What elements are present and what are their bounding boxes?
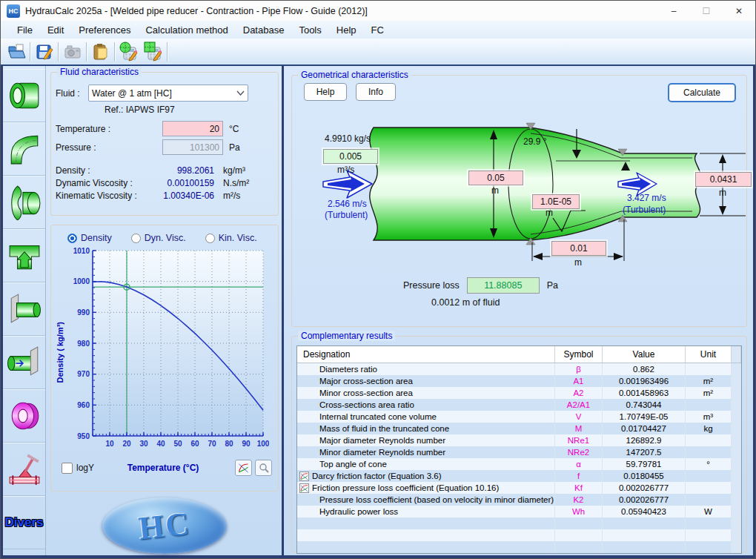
menu-database[interactable]: Database [236, 23, 292, 37]
svg-text:60: 60 [190, 440, 199, 448]
table-row: Mass of fluid in the truncated coneM0.01… [297, 423, 741, 434]
logy-control[interactable]: logY [62, 463, 94, 474]
fluid-property-chart-group: DensityDyn. Visc.Kin. Visc. Density ( kg… [50, 225, 279, 492]
menu-preferences[interactable]: Preferences [71, 23, 138, 37]
menu-tools[interactable]: Tools [291, 23, 328, 37]
fluid-property-row: Density :998.2061kg/m³ [56, 165, 273, 176]
save-button[interactable] [32, 41, 56, 63]
pressure-loss-label: Pressure loss [403, 280, 460, 291]
radio-button[interactable] [67, 234, 77, 243]
table-row: Major cross-section areaA10.001963496m² [297, 375, 741, 387]
scrollbar-track[interactable] [732, 423, 741, 434]
fluid-combobox[interactable]: Water @ 1 atm [HC] [88, 85, 248, 102]
scrollbar-track[interactable] [732, 458, 741, 470]
value-cell: 147207.5 [603, 446, 686, 458]
scrollbar-track[interactable] [732, 470, 741, 482]
sidebar-item-entrance[interactable] [3, 282, 45, 336]
app-window: HC HydrauCalc 2025a - [Welded pipe reduc… [0, 0, 756, 559]
chart-radios: DensityDyn. Visc.Kin. Visc. [67, 233, 276, 243]
sidebar-item-tee[interactable] [3, 229, 45, 282]
designation-cell: Top angle of cone [297, 458, 555, 470]
menu-calculation-method[interactable]: Calculation method [138, 23, 235, 37]
scrollbar-track[interactable] [732, 363, 741, 375]
scrollbar-track[interactable] [732, 482, 741, 494]
roughness-input[interactable]: 1.0E-05 [532, 194, 580, 209]
designation-cell: Pressure loss coefficient (based on velo… [297, 494, 555, 506]
table-row: Cross-sections area ratioA2/A10.743044 [297, 399, 741, 411]
minimize-button[interactable]: – [657, 1, 690, 21]
scrollbar-track[interactable] [732, 494, 741, 506]
scrollbar-track[interactable] [732, 399, 741, 411]
major-diameter-unit: m [491, 185, 499, 196]
fluid-properties: Density :998.2061kg/m³Dynamic Viscosity … [56, 165, 273, 201]
menu-file[interactable]: File [10, 23, 40, 37]
chart-curves-button[interactable] [235, 460, 252, 476]
radio-dyn-visc-[interactable]: Dyn. Visc. [131, 233, 186, 243]
bend-icon [7, 131, 42, 167]
scrollbar-track[interactable] [732, 506, 741, 517]
scrollbar-track[interactable] [732, 541, 741, 553]
sidebar-item-exit[interactable] [3, 336, 45, 389]
radio-button[interactable] [131, 234, 141, 243]
rectangular-section-calculator-button[interactable] [141, 41, 165, 63]
sidebar-item-straight-pipe[interactable] [3, 69, 45, 122]
property-label: Kinematic Viscosity : [56, 191, 150, 201]
scrollbar-track[interactable] [732, 446, 741, 458]
temperature-unit: °C [229, 124, 239, 134]
table-row: Diameters ratioβ0.862 [297, 363, 741, 375]
scrollbar-track[interactable] [732, 387, 741, 399]
sidebar-item-orifice[interactable] [3, 389, 45, 443]
density-chart[interactable]: 1020304050607080901009509609709809901000… [66, 245, 269, 460]
length-input[interactable]: 0.01 [551, 241, 606, 256]
menu-fc[interactable]: FC [364, 23, 391, 37]
svg-text:10: 10 [105, 440, 114, 448]
snapshot-button[interactable] [60, 41, 84, 63]
close-button[interactable]: ✕ [723, 1, 755, 21]
unit-cell [686, 434, 732, 446]
major-diameter-input[interactable]: 0.05 [468, 171, 523, 185]
temperature-input[interactable]: 20 [162, 121, 223, 136]
column-header: Symbol [555, 346, 603, 363]
toolbar-separator [114, 42, 115, 62]
geo-group-title: Geometrical characteristics [298, 70, 411, 80]
calculate-button[interactable]: Calculate [668, 83, 736, 102]
pressure-loss-row: Pressure loss 11.88085 Pa [403, 277, 558, 294]
radio-label: Dyn. Visc. [145, 233, 186, 243]
maximize-button[interactable]: ☐ [690, 1, 723, 21]
rectangular-section-calculator-icon [143, 42, 163, 62]
scrollbar-track[interactable] [732, 434, 741, 446]
fluid-property-row: Dynamic Viscosity :0.00100159N.s/m² [56, 178, 273, 188]
sidebar-item-divers[interactable]: Divers [3, 496, 45, 549]
open-file-button[interactable] [4, 41, 28, 63]
scrollbar-track[interactable] [732, 346, 741, 363]
value-cell [603, 529, 686, 541]
unit-cell [686, 494, 732, 506]
value-cell: 0.862 [603, 363, 686, 375]
circular-section-calculator-button[interactable] [116, 41, 141, 63]
circular-section-calculator-icon [119, 42, 139, 62]
menu-edit[interactable]: Edit [40, 23, 71, 37]
radio-button[interactable] [205, 234, 215, 243]
help-button[interactable]: Help [304, 83, 347, 101]
chart-zoom-button[interactable] [255, 460, 272, 476]
scrollbar-track[interactable] [732, 375, 741, 387]
unit-cell [686, 529, 732, 541]
sidebar-item-bend[interactable] [3, 122, 45, 176]
logy-checkbox[interactable] [62, 463, 73, 474]
radio-density[interactable]: Density [67, 233, 112, 243]
radio-kin-visc-[interactable]: Kin. Visc. [205, 233, 257, 243]
sidebar-item-valve[interactable] [3, 443, 45, 496]
scrollbar-track[interactable] [732, 517, 741, 529]
report-button[interactable] [88, 41, 113, 63]
unit-cell: m³ [686, 411, 732, 423]
scrollbar-track[interactable] [732, 411, 741, 423]
minor-diameter-input[interactable]: 0.0431 [695, 172, 752, 187]
value-cell: 0.002026777 [603, 482, 686, 494]
menu-help[interactable]: Help [329, 23, 364, 37]
designation-cell [297, 529, 555, 541]
sidebar-item-contraction[interactable] [3, 176, 45, 229]
pipe-reducer-diagram: 4.9910 kg/s 0.005 m³/s 2.546 m/s (Turbul… [295, 119, 755, 295]
pressure-loss-unit: Pa [547, 280, 558, 291]
info-button[interactable]: Info [356, 83, 396, 101]
scrollbar-track[interactable] [732, 529, 741, 541]
